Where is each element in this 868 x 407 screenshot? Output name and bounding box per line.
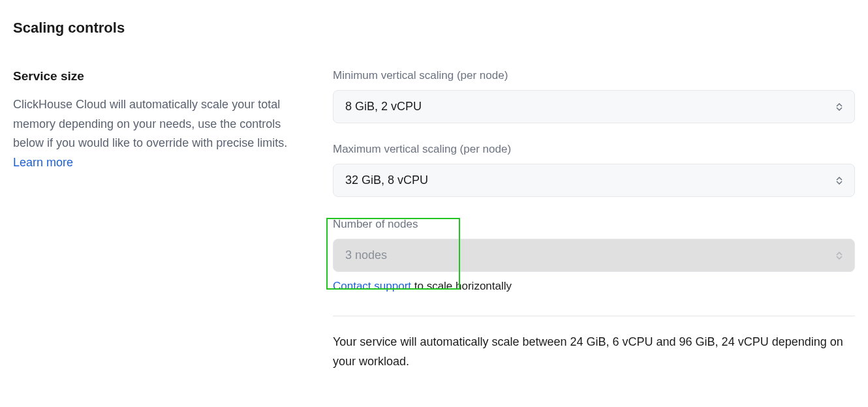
left-column: Service size ClickHouse Cloud will autom…	[13, 69, 300, 371]
min-scaling-label: Minimum vertical scaling (per node)	[333, 69, 855, 82]
max-scaling-label: Maximum vertical scaling (per node)	[333, 143, 855, 156]
max-scaling-group: Maximum vertical scaling (per node) 32 G…	[333, 143, 855, 197]
service-size-heading: Service size	[13, 69, 300, 83]
chevron-updown-icon	[836, 103, 843, 111]
page-title: Scaling controls	[13, 20, 855, 37]
chevron-updown-icon	[836, 252, 843, 260]
max-scaling-value: 32 GiB, 8 vCPU	[345, 173, 428, 187]
min-scaling-select[interactable]: 8 GiB, 2 vCPU	[333, 90, 855, 123]
scaling-container: Service size ClickHouse Cloud will autom…	[13, 69, 855, 371]
max-scaling-select[interactable]: 32 GiB, 8 vCPU	[333, 164, 855, 197]
nodes-group: Number of nodes 3 nodes Contact support …	[333, 217, 855, 293]
chevron-updown-icon	[836, 177, 843, 185]
nodes-hint: Contact support to scale horizontally	[333, 280, 855, 293]
right-column: Minimum vertical scaling (per node) 8 Gi…	[333, 69, 855, 371]
min-scaling-value: 8 GiB, 2 vCPU	[345, 100, 422, 113]
service-size-description: ClickHouse Cloud will automatically scal…	[13, 95, 300, 173]
learn-more-link[interactable]: Learn more	[13, 156, 73, 169]
min-scaling-group: Minimum vertical scaling (per node) 8 Gi…	[333, 69, 855, 123]
nodes-label: Number of nodes	[333, 218, 855, 231]
nodes-select: 3 nodes	[333, 239, 855, 272]
nodes-hint-suffix: to scale horizontally	[411, 280, 512, 292]
contact-support-link[interactable]: Contact support	[333, 280, 411, 292]
scaling-summary: Your service will automatically scale be…	[333, 333, 855, 371]
description-text: ClickHouse Cloud will automatically scal…	[13, 98, 287, 149]
divider	[333, 316, 855, 316]
nodes-value: 3 nodes	[345, 249, 387, 262]
